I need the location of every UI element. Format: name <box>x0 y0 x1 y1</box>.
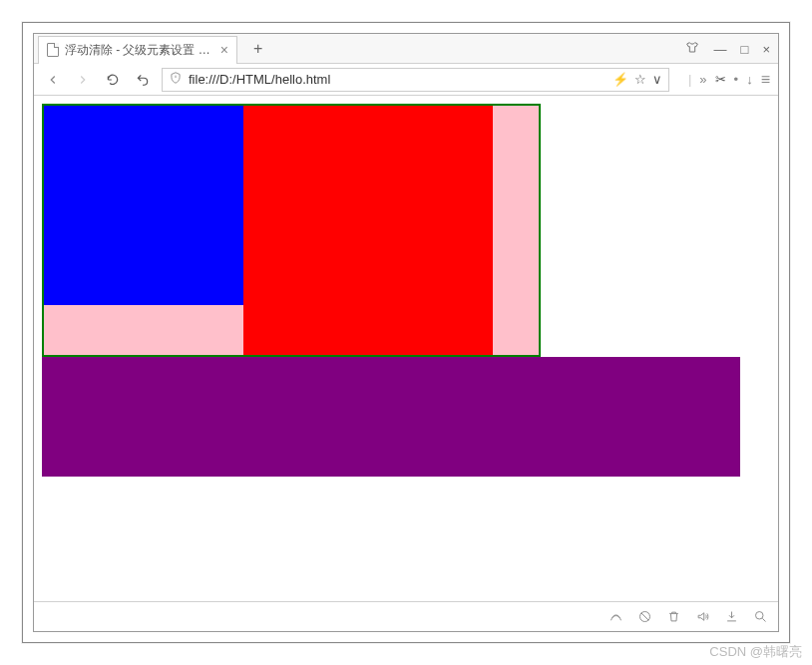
close-window-button[interactable]: × <box>760 40 772 59</box>
maximize-button[interactable]: □ <box>739 40 751 59</box>
screenshot-frame: 浮动清除 - 父级元素设置 overfl × + — □ × <box>22 22 790 643</box>
titlebar: 浮动清除 - 父级元素设置 overfl × + — □ × <box>34 34 778 64</box>
dot-icon[interactable]: • <box>734 72 739 87</box>
new-tab-button[interactable]: + <box>247 40 268 58</box>
page-content <box>34 96 778 601</box>
minimize-button[interactable]: — <box>712 40 729 59</box>
undo-button[interactable] <box>132 71 154 89</box>
parent-box <box>42 104 541 357</box>
menu-icon[interactable]: ≡ <box>761 71 770 89</box>
url-dropdown[interactable]: ∨ <box>652 72 662 87</box>
bolt-icon[interactable]: ⚡ <box>612 72 628 87</box>
download-arrow-icon[interactable]: ↓ <box>746 72 753 87</box>
svg-point-1 <box>756 612 764 620</box>
window-controls: — □ × <box>682 34 772 64</box>
block-icon[interactable] <box>637 609 652 624</box>
tab-title: 浮动清除 - 父级元素设置 overfl <box>65 42 214 59</box>
watermark: CSDN @韩曙亮 <box>709 643 802 661</box>
trash-icon[interactable] <box>666 609 681 624</box>
volume-icon[interactable] <box>695 609 710 624</box>
forward-button[interactable] <box>72 71 94 89</box>
page-icon <box>47 43 59 57</box>
back-button[interactable] <box>42 71 64 89</box>
tab-close-button[interactable]: × <box>220 42 228 58</box>
star-icon[interactable]: ☆ <box>634 72 646 87</box>
download-icon[interactable] <box>724 609 739 624</box>
more-icon[interactable]: » <box>699 72 706 87</box>
rendered-page <box>34 96 778 485</box>
url-box[interactable]: file:///D:/HTML/hello.html ⚡ ☆ ∨ <box>162 68 669 92</box>
tshirt-icon[interactable] <box>682 38 702 61</box>
search-icon[interactable] <box>753 609 768 624</box>
purple-box <box>42 357 740 477</box>
browser-tab[interactable]: 浮动清除 - 父级元素设置 overfl × <box>38 36 237 64</box>
blue-float-box <box>44 106 243 305</box>
reload-button[interactable] <box>102 71 124 89</box>
scissors-icon[interactable]: ✂ <box>715 72 726 87</box>
toolbar-right: | » ✂ • ↓ ≡ <box>677 71 770 89</box>
browser-window: 浮动清除 - 父级元素设置 overfl × + — □ × <box>33 33 779 632</box>
status-bar <box>34 601 778 631</box>
shield-icon <box>169 71 183 88</box>
divider: | <box>688 72 691 87</box>
speed-icon[interactable] <box>609 609 623 624</box>
url-text: file:///D:/HTML/hello.html <box>189 72 607 87</box>
address-bar: file:///D:/HTML/hello.html ⚡ ☆ ∨ | » ✂ •… <box>34 64 778 96</box>
red-float-box <box>243 106 493 355</box>
